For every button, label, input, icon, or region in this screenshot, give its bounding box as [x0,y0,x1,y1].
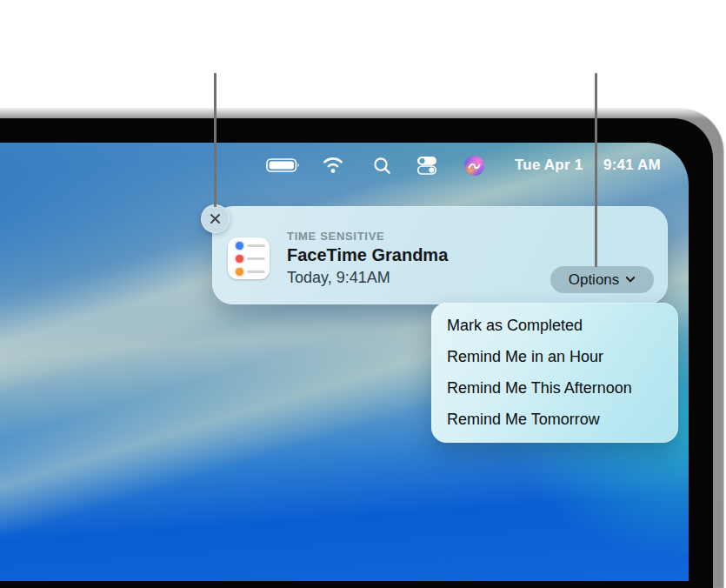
reminders-icon-row [228,255,270,263]
menu-item-remind-me-this-afternoon[interactable]: Remind Me This Afternoon [431,373,678,404]
siri-icon[interactable] [464,156,484,176]
notification-category: TIME SENSITIVE [287,230,384,243]
documentation-figure: Tue Apr 1 9:41 AM TIME SENSITIVE [0,0,726,588]
chevron-down-icon [625,276,636,284]
notification-close-button[interactable] [201,204,230,233]
menu-item-mark-as-completed[interactable]: Mark as Completed [431,311,678,342]
options-button[interactable]: Options [550,266,654,293]
reminders-icon-row [228,268,270,276]
battery-icon[interactable] [266,157,302,177]
desktop-wallpaper: Tue Apr 1 9:41 AM TIME SENSITIVE [0,143,689,581]
options-menu: Mark as Completed Remind Me in an Hour R… [431,303,678,443]
red-dot [236,255,243,263]
spotlight-search-icon[interactable] [373,157,391,178]
notification-title: FaceTime Grandma [287,245,448,265]
options-button-label: Options [569,271,620,289]
list-line [247,271,265,273]
notification-timestamp: Today, 9:41AM [287,269,390,287]
menu-bar-date[interactable]: Tue Apr 1 [515,157,583,174]
list-line [247,257,265,260]
menu-item-remind-me-in-an-hour[interactable]: Remind Me in an Hour [431,342,678,373]
list-line [247,244,265,247]
reminders-app-icon [228,237,270,279]
callout-line-to-close-button [214,73,216,207]
blue-dot [236,242,243,250]
menu-item-remind-me-tomorrow[interactable]: Remind Me Tomorrow [431,404,678,436]
control-center-icon[interactable] [416,156,437,178]
close-icon [210,213,221,224]
menu-bar: Tue Apr 1 9:41 AM [0,143,689,177]
reminders-icon-row [228,242,270,250]
notification-banner[interactable]: TIME SENSITIVE FaceTime Grandma Today, 9… [212,206,668,304]
callout-line-to-options-button [595,73,597,267]
wifi-icon[interactable] [321,156,345,177]
orange-dot [236,268,243,276]
menu-bar-clock[interactable]: 9:41 AM [603,157,661,174]
